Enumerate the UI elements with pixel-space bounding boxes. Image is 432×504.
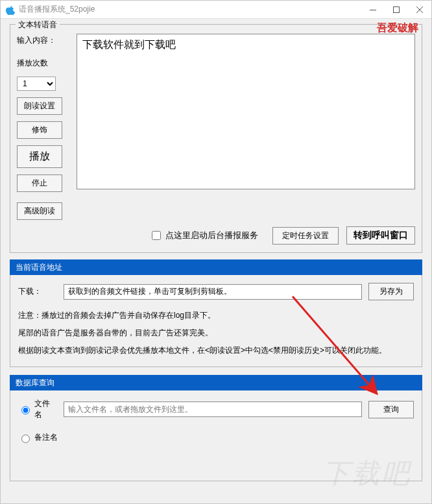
db-section-body: 文件名 查询 备注名 [10,390,422,481]
minimize-button[interactable] [361,1,385,19]
radio-remark-wrap[interactable]: 备注名 [18,432,58,443]
tts-left-column: 输入内容： 播放次数 1 朗读设置 修饰 播放 停止 高级朗读 [17,34,70,220]
bg-service-checkbox[interactable] [152,231,161,240]
radio-filename-label: 文件名 [34,398,57,420]
db-section-header: 数据库查询 [10,375,422,390]
db-query-input[interactable] [64,402,362,417]
addr-note-3: 根据朗读文本查询到朗读记录会优先播放本地文件，在<朗读设置>中勾选<禁用朗读历史… [18,343,414,358]
query-button[interactable]: 查询 [368,401,414,418]
addr-section-body: 下载： 另存为 注意：播放过的音频会去掉广告并自动保存在log目录下。 尾部的语… [10,275,422,367]
window-title: 语音播报系统_52pojie [19,4,95,15]
tts-legend: 文本转语音 [16,19,60,30]
watermark-top-right: 吾爱破解 [377,21,418,35]
goto-call-window-button[interactable]: 转到呼叫窗口 [346,226,415,245]
tts-groupbox: 文本转语音 输入内容： 播放次数 1 朗读设置 修饰 播放 停止 高级朗读 下载… [10,24,422,253]
maximize-button[interactable] [385,1,408,19]
playcount-label: 播放次数 [17,56,70,70]
svg-rect-1 [394,6,400,12]
stop-button[interactable]: 停止 [17,174,62,192]
app-icon [5,5,15,15]
bg-service-checkbox-wrap[interactable]: 点这里启动后台播报服务 [149,229,258,242]
radio-filename-wrap[interactable]: 文件名 [18,398,57,420]
addr-section-header: 当前语音地址 [10,259,422,275]
download-label: 下载： [18,286,57,297]
advanced-read-button[interactable]: 高级朗读 [17,202,62,220]
close-button[interactable] [408,1,431,19]
tts-textarea[interactable]: 下载软件就到下载吧 [77,34,415,189]
download-url-input[interactable] [64,284,362,300]
save-as-button[interactable]: 另存为 [368,283,414,300]
radio-remark-label: 备注名 [34,432,58,443]
radio-filename[interactable] [21,406,30,414]
decorate-button[interactable]: 修饰 [17,121,62,139]
addr-note-1: 注意：播放过的音频会去掉广告并自动保存在log目录下。 [18,308,414,323]
titlebar: 语音播报系统_52pojie [1,1,431,19]
play-button[interactable]: 播放 [17,145,62,168]
input-label: 输入内容： [17,34,70,47]
content-area: 吾爱破解 文本转语音 输入内容： 播放次数 1 朗读设置 修饰 播放 停止 高级… [1,19,431,503]
addr-note-2: 尾部的语音广告是服务器自带的，目前去广告还算完美。 [18,326,414,341]
timer-settings-button[interactable]: 定时任务设置 [272,227,339,245]
bg-service-label: 点这里启动后台播报服务 [165,230,258,241]
read-settings-button[interactable]: 朗读设置 [17,97,62,115]
app-window: 语音播报系统_52pojie 吾爱破解 文本转语音 输入内容： 播放次数 1 [0,0,432,504]
playcount-select[interactable]: 1 [17,77,56,91]
svg-rect-0 [370,10,376,10]
radio-remark[interactable] [21,435,30,443]
tts-bottom-row: 点这里启动后台播报服务 定时任务设置 转到呼叫窗口 [17,226,415,245]
